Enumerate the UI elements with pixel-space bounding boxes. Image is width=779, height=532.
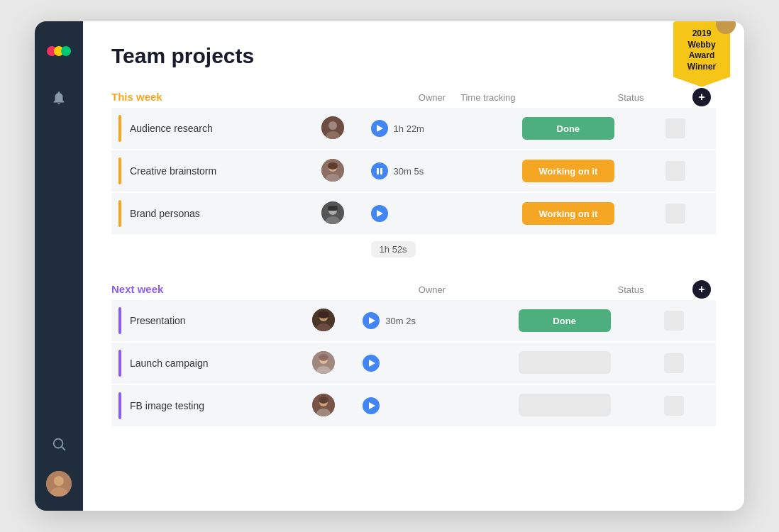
status-cell — [473, 342, 657, 384]
status-empty — [519, 351, 611, 374]
sidebar — [35, 21, 83, 511]
status-cell: Working on it — [478, 192, 658, 235]
time-cell — [355, 384, 472, 427]
search-icon[interactable] — [46, 431, 72, 457]
play-button[interactable] — [371, 120, 388, 137]
time-cell: 1h 22m — [364, 108, 478, 150]
owner-cell — [302, 192, 364, 235]
row-accent-orange — [118, 157, 121, 184]
this-week-label: This week — [111, 91, 162, 103]
play-icon — [369, 360, 375, 367]
task-name: FB image testing — [130, 400, 204, 411]
logo[interactable] — [46, 35, 72, 64]
time-header-1: Time tracking — [460, 92, 574, 103]
table-row[interactable]: Launch campaign — [111, 342, 716, 384]
row-accent-purple — [118, 392, 121, 419]
extra-cell — [658, 192, 716, 235]
status-cell: Done — [478, 108, 658, 150]
status-header-1: Status — [574, 92, 687, 103]
row-options — [665, 204, 685, 223]
pause-icon — [377, 168, 382, 174]
status-badge: Working on it — [522, 160, 614, 182]
page-title: Team projects — [111, 44, 716, 68]
status-header-2: Status — [574, 284, 687, 295]
task-name: Brand personas — [130, 208, 200, 219]
bell-icon[interactable] — [46, 85, 72, 111]
user-avatar[interactable] — [46, 471, 72, 497]
task-cell: Launch campaign — [111, 342, 292, 384]
owner-cell — [292, 342, 355, 384]
extra-cell — [657, 300, 716, 342]
svg-point-6 — [54, 476, 64, 486]
task-name: Creative brainstorm — [130, 165, 216, 177]
table-row[interactable]: Presentation — [111, 300, 716, 342]
svg-line-4 — [62, 447, 65, 450]
extra-cell — [658, 108, 716, 150]
table-row[interactable]: Brand personas — [111, 192, 716, 235]
total-row — [111, 427, 716, 448]
row-options — [664, 396, 684, 416]
status-empty — [519, 394, 611, 416]
svg-point-26 — [319, 354, 328, 361]
row-options — [664, 353, 684, 373]
next-week-label: Next week — [111, 283, 163, 295]
task-cell: Audience research — [111, 108, 302, 150]
time-value: 1h 22m — [394, 123, 424, 134]
avatar — [312, 351, 335, 374]
time-cell — [355, 342, 472, 384]
table-row[interactable]: FB image testing — [111, 384, 716, 427]
table-row[interactable]: Audience research — [111, 108, 716, 150]
webby-brand: Webby — [687, 40, 715, 50]
owner-header-1: Owner — [404, 92, 460, 103]
this-week-header: This week Owner Time tracking Status + — [111, 88, 716, 106]
table-row[interactable]: Creative brainstorm — [111, 150, 716, 192]
play-button[interactable] — [363, 312, 380, 329]
task-cell: Creative brainstorm — [111, 150, 302, 192]
avatar — [321, 116, 344, 139]
time-cell: 30m 2s — [355, 300, 472, 342]
svg-point-9 — [328, 121, 337, 130]
total-time: 1h 52s — [371, 241, 416, 257]
time-value: 30m 2s — [385, 316, 416, 326]
time-cell — [364, 192, 478, 235]
task-name: Presentation — [130, 315, 186, 326]
row-options — [665, 118, 685, 138]
play-button[interactable] — [363, 355, 380, 372]
status-badge: Working on it — [522, 202, 614, 225]
play-icon — [377, 125, 383, 132]
task-cell: Brand personas — [111, 192, 302, 235]
add-next-week-button[interactable]: + — [692, 280, 711, 299]
next-week-header: Next week Owner Status + — [111, 280, 716, 299]
play-icon — [369, 402, 375, 409]
task-cell: FB image testing — [111, 384, 292, 427]
task-name: Launch campaign — [130, 358, 209, 369]
status-cell: Done — [473, 300, 657, 342]
avatar — [321, 159, 344, 182]
owner-cell — [292, 300, 355, 342]
svg-point-22 — [318, 311, 329, 318]
svg-point-2 — [61, 46, 71, 56]
play-button[interactable] — [363, 397, 380, 414]
next-week-section: Next week Owner Status + Presen — [111, 280, 716, 448]
row-accent-purple — [118, 350, 121, 377]
svg-rect-18 — [328, 206, 338, 211]
row-options — [664, 311, 684, 331]
svg-point-30 — [319, 397, 328, 404]
add-this-week-button[interactable]: + — [692, 88, 711, 106]
time-cell: 30m 5s — [364, 150, 478, 192]
row-options — [665, 161, 685, 181]
pause-button[interactable] — [371, 162, 388, 179]
play-icon — [377, 210, 383, 217]
status-badge: Done — [519, 309, 611, 332]
this-week-section: This week Owner Time tracking Status + — [111, 88, 716, 263]
this-week-table: Audience research — [111, 108, 716, 263]
webby-award: Award — [689, 50, 714, 60]
total-row: 1h 52s — [111, 235, 716, 263]
webby-badge: 2019 Webby Award Winner — [673, 21, 730, 87]
play-button[interactable] — [371, 205, 388, 222]
extra-cell — [658, 150, 716, 192]
owner-cell — [302, 108, 364, 150]
webby-winner: Winner — [687, 62, 717, 72]
row-accent-orange — [118, 115, 121, 142]
extra-cell — [657, 384, 716, 427]
